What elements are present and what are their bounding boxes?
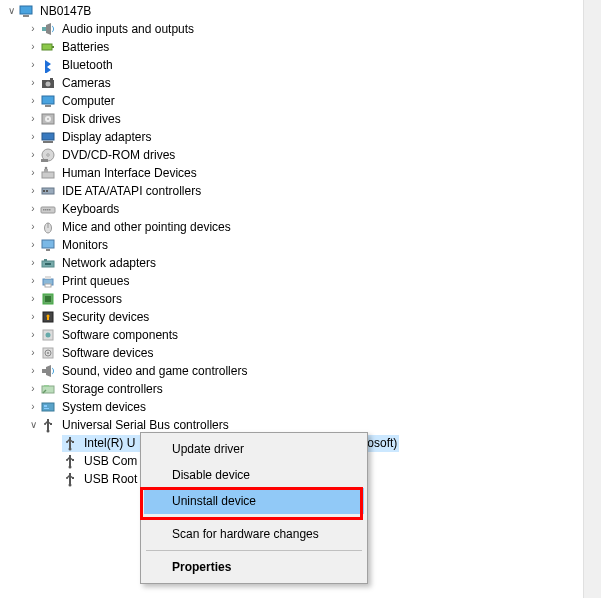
svg-rect-56 <box>44 408 49 409</box>
tree-item-label: Monitors <box>60 236 110 254</box>
svg-rect-10 <box>45 105 51 107</box>
disk-icon <box>40 111 56 127</box>
swdev-icon <box>40 345 56 361</box>
expand-toggle[interactable]: › <box>26 20 40 38</box>
svg-rect-68 <box>72 459 74 461</box>
tree-category-processors[interactable]: ›Processors <box>0 290 584 308</box>
expand-toggle[interactable]: › <box>26 92 40 110</box>
spacer: · <box>48 470 62 488</box>
expand-toggle[interactable]: › <box>26 182 40 200</box>
menu-item-disable-device[interactable]: Disable device <box>144 462 364 488</box>
collapse-toggle[interactable]: ∨ <box>26 416 40 434</box>
keyboard-icon <box>40 201 56 217</box>
tree-item-label: Processors <box>60 290 124 308</box>
svg-rect-24 <box>46 190 48 192</box>
tree-category-dvd[interactable]: ›DVD/CD-ROM drives <box>0 146 584 164</box>
display-adapter-icon <box>40 129 56 145</box>
svg-marker-51 <box>46 365 51 377</box>
tree-item-label: DVD/CD-ROM drives <box>60 146 177 164</box>
expand-toggle[interactable]: › <box>26 38 40 56</box>
tree-category-swcomp[interactable]: ›Software components <box>0 326 584 344</box>
tree-category-batteries[interactable]: ›Batteries <box>0 38 584 56</box>
tree-category-cameras[interactable]: ›Cameras <box>0 74 584 92</box>
svg-rect-14 <box>42 133 54 140</box>
svg-rect-36 <box>45 263 51 265</box>
tree-item-label: USB Root <box>82 470 139 488</box>
tree-item-label: System devices <box>60 398 148 416</box>
menu-item-uninstall-device[interactable]: Uninstall device <box>144 488 364 514</box>
tree-category-audio[interactable]: ›Audio inputs and outputs <box>0 20 584 38</box>
tree-root-label: NB0147B <box>38 2 93 20</box>
tree-root-row[interactable]: ∨ NB0147B <box>0 2 584 20</box>
menu-item-update-driver[interactable]: Update driver <box>144 436 364 462</box>
tree-category-displayadapters[interactable]: ›Display adapters <box>0 128 584 146</box>
svg-rect-35 <box>44 259 47 261</box>
tree-category-monitors[interactable]: ›Monitors <box>0 236 584 254</box>
tree-category-bluetooth[interactable]: ›Bluetooth <box>0 56 584 74</box>
tree-category-swdev[interactable]: ›Software devices <box>0 344 584 362</box>
tree-category-mice[interactable]: ›Mice and other pointing devices <box>0 218 584 236</box>
tree-item-label: Computer <box>60 92 117 110</box>
monitor-icon <box>40 93 56 109</box>
expand-toggle[interactable]: › <box>26 146 40 164</box>
expand-toggle[interactable]: ∨ <box>4 2 18 20</box>
menu-item-scan-hw[interactable]: Scan for hardware changes <box>144 521 364 547</box>
svg-rect-64 <box>72 441 74 443</box>
net-icon <box>40 255 56 271</box>
audio-icon <box>40 21 56 37</box>
svg-rect-2 <box>42 27 46 31</box>
tree-category-security[interactable]: ›Security devices <box>0 308 584 326</box>
scrollbar-vertical[interactable] <box>583 0 601 598</box>
expand-toggle[interactable]: › <box>26 56 40 74</box>
expand-toggle[interactable]: › <box>26 128 40 146</box>
security-icon <box>40 309 56 325</box>
tree-category-hid[interactable]: ›Human Interface Devices <box>0 164 584 182</box>
expand-toggle[interactable]: › <box>26 200 40 218</box>
svg-point-58 <box>47 430 50 433</box>
tree-category-system[interactable]: ›System devices <box>0 398 584 416</box>
svg-rect-33 <box>46 249 50 251</box>
tree-category-diskdrives[interactable]: ›Disk drives <box>0 110 584 128</box>
expand-toggle[interactable]: › <box>26 164 40 182</box>
menu-item-properties[interactable]: Properties <box>144 554 364 580</box>
svg-rect-15 <box>43 141 53 143</box>
spacer: · <box>48 452 62 470</box>
tree-category-printqueues[interactable]: ›Print queues <box>0 272 584 290</box>
expand-toggle[interactable]: › <box>26 380 40 398</box>
usb-icon <box>62 435 78 451</box>
expand-toggle[interactable]: › <box>26 74 40 92</box>
printer-icon <box>40 273 56 289</box>
svg-rect-1 <box>23 15 29 17</box>
svg-rect-28 <box>47 209 49 211</box>
battery-icon <box>40 39 56 55</box>
tree-category-keyboards[interactable]: ›Keyboards <box>0 200 584 218</box>
tree-category-sound[interactable]: ›Sound, video and game controllers <box>0 362 584 380</box>
svg-point-49 <box>47 352 49 354</box>
expand-toggle[interactable]: › <box>26 110 40 128</box>
tree-item-label: Audio inputs and outputs <box>60 20 196 38</box>
expand-toggle[interactable]: › <box>26 344 40 362</box>
svg-point-13 <box>47 118 49 120</box>
expand-toggle[interactable]: › <box>26 362 40 380</box>
tree-item-label: Keyboards <box>60 200 121 218</box>
tree-category-netadapters[interactable]: ›Network adapters <box>0 254 584 272</box>
expand-toggle[interactable]: › <box>26 254 40 272</box>
svg-rect-9 <box>42 96 54 104</box>
svg-point-17 <box>47 154 49 156</box>
expand-toggle[interactable]: › <box>26 236 40 254</box>
tree-category-computer[interactable]: ›Computer <box>0 92 584 110</box>
expand-toggle[interactable]: › <box>26 398 40 416</box>
svg-point-71 <box>66 477 68 479</box>
tree-item-label: Human Interface Devices <box>60 164 199 182</box>
expand-toggle[interactable]: › <box>26 326 40 344</box>
expand-toggle[interactable]: › <box>26 290 40 308</box>
tree-category-ide[interactable]: ›IDE ATA/ATAPI controllers <box>0 182 584 200</box>
expand-toggle[interactable]: › <box>26 308 40 326</box>
svg-point-66 <box>69 466 72 469</box>
expand-toggle[interactable]: › <box>26 218 40 236</box>
tree-item-label: Disk drives <box>60 110 123 128</box>
expand-toggle[interactable]: › <box>26 272 40 290</box>
tree-category-storage[interactable]: ›Storage controllers <box>0 380 584 398</box>
bluetooth-icon <box>40 57 56 73</box>
hid-icon <box>40 165 56 181</box>
